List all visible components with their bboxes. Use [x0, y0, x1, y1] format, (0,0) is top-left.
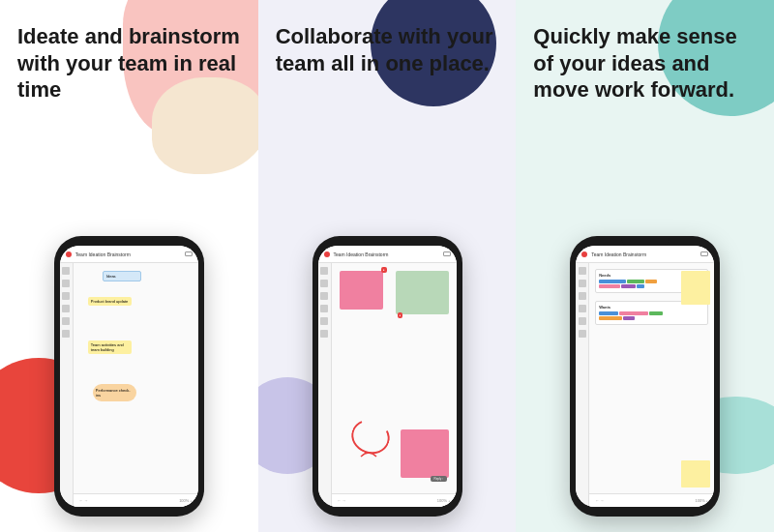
wants-bars [599, 311, 704, 315]
toolbar-shape-icon [62, 292, 70, 300]
bar-blue-2 [637, 284, 644, 288]
toolbar-3-icon-1 [579, 267, 586, 275]
wants-bars-2 [599, 316, 704, 320]
app-dot-2 [324, 251, 330, 257]
sticky-team: Team activities and team building [88, 340, 132, 354]
toolbar-select-icon [62, 317, 70, 325]
app-dot [66, 251, 72, 257]
sticky-needs-right [681, 271, 710, 305]
screen-header-1: Team Ideation Brainstorm [60, 246, 198, 263]
toolbar-text-icon [62, 280, 70, 287]
toolbar-icon-6 [320, 330, 328, 338]
screen-toolbar-3 [576, 263, 589, 507]
toolbar-pen-icon [62, 305, 70, 312]
sticky-performance: Performance check-ins [93, 384, 136, 401]
screen-content-2: ● ● Reply ↑ [318, 263, 457, 507]
phone-notch-3 [621, 236, 670, 246]
canvas-1: Ideas Product brand update Team activiti… [74, 263, 198, 507]
card-green-1: ● [396, 271, 449, 314]
screen-header-2: Team Ideation Brainstorm [318, 246, 457, 263]
screen-title-2: Team Ideation Brainstorm [334, 251, 439, 257]
toolbar-icon-3 [320, 292, 328, 300]
screen-icon-2 [443, 251, 451, 256]
panel-collaborate: Collaborate with your team all in one pl… [258, 0, 517, 532]
bar-blue-1 [599, 280, 626, 283]
screen-icon-3 [700, 251, 708, 256]
arrow-svg [359, 447, 378, 466]
phone-screen-3: Team Ideation Brainstorm Needs [576, 246, 714, 507]
screen-footer-3: ← → 100% + [589, 493, 714, 507]
bar-orange-1 [645, 280, 657, 283]
phone-mockup-1: Team Ideation Brainstorm Ideas [54, 236, 204, 517]
card-pink-large: Reply ↑ [401, 429, 449, 478]
canvas-2: ● ● Reply ↑ [332, 263, 457, 507]
phone-notch [104, 236, 153, 246]
app-dot-3 [581, 251, 587, 257]
screen-title-3: Team Ideation Brainstorm [591, 251, 697, 257]
phone-mockup-2: Team Ideation Brainstorm ● [313, 236, 462, 517]
toolbar-play-icon [62, 267, 70, 275]
phone-screen-2: Team Ideation Brainstorm ● [318, 246, 457, 507]
canvas-3: Needs [589, 263, 714, 507]
screen-title-1: Team Ideation Brainstorm [75, 251, 181, 257]
screen-header-3: Team Ideation Brainstorm [576, 246, 714, 263]
green-badge: ● [398, 312, 403, 318]
toolbar-icon-4 [320, 305, 328, 312]
toolbar-3-icon-5 [579, 317, 586, 325]
toolbar-icon-5 [320, 317, 328, 325]
screen-toolbar-2 [318, 263, 332, 507]
bar-blue-3 [599, 311, 618, 315]
pink-lg-badge: Reply ↑ [431, 476, 446, 482]
screen-content-3: Needs [576, 263, 714, 507]
phone-notch-2 [363, 236, 411, 246]
toolbar-icon-2 [320, 280, 328, 287]
screen-toolbar-1 [60, 263, 74, 507]
toolbar-icon-1 [320, 267, 328, 275]
bar-orange-2 [599, 316, 622, 320]
sticky-ideas: Ideas [103, 271, 141, 281]
phone-mockup-3: Team Ideation Brainstorm Needs [570, 236, 720, 517]
sticky-product: Product brand update [88, 297, 132, 306]
toolbar-3-icon-4 [579, 305, 586, 312]
panel-organize: Quickly make sense of your ideas and mov… [516, 0, 774, 532]
screen-footer-2: ← → 100% + [332, 493, 457, 507]
screen-content-1: Ideas Product brand update Team activiti… [60, 263, 198, 507]
card-pink-1: ● [340, 271, 383, 310]
bar-green-1 [627, 280, 644, 283]
panel-ideate: Ideate and brainstorm with your team in … [0, 0, 258, 532]
toolbar-3-icon-2 [579, 280, 586, 287]
screen-icon [185, 251, 193, 256]
bar-pink-2 [619, 311, 648, 315]
toolbar-3-icon-3 [579, 292, 586, 300]
bar-pink-1 [599, 284, 620, 288]
toolbar-3-icon-6 [579, 330, 586, 338]
card-badge: ● [381, 267, 387, 273]
screen-footer-1: ← → 100% + [74, 493, 198, 507]
toolbar-nav-icon [62, 330, 70, 338]
panel-1-title: Ideate and brainstorm with your team in … [17, 23, 241, 103]
panel-2-title: Collaborate with your team all in one pl… [276, 23, 499, 76]
panel-3-title: Quickly make sense of your ideas and mov… [533, 23, 757, 103]
bar-purple-1 [621, 284, 636, 288]
bar-green-2 [649, 311, 663, 315]
wants-label: Wants [599, 305, 704, 310]
sticky-wants-right [681, 460, 710, 488]
bar-purple-2 [623, 316, 635, 320]
phone-screen-1: Team Ideation Brainstorm Ideas [60, 246, 198, 507]
